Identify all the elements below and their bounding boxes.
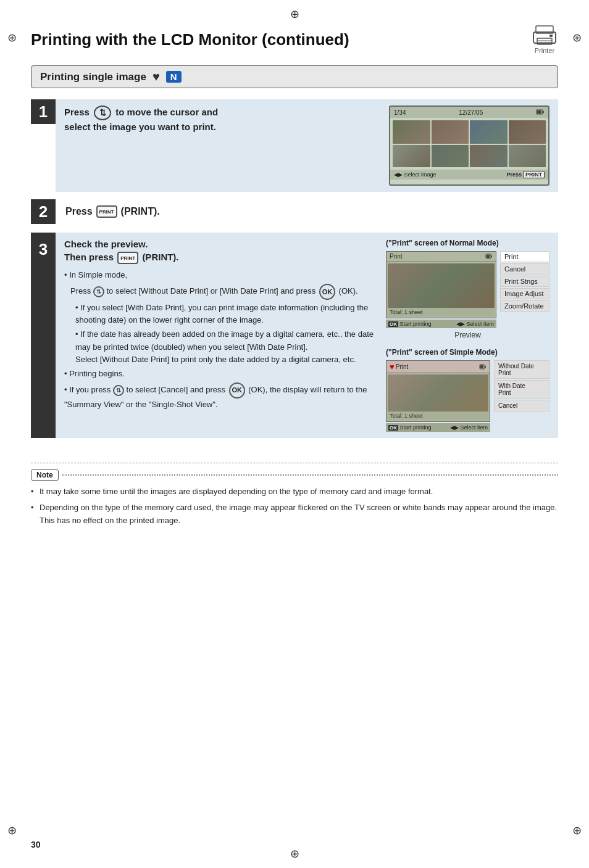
step-1-content: Press ⇅ to move the cursor and select th… — [56, 99, 558, 192]
normal-preview-img — [388, 263, 495, 308]
lcd-date: 12/27/05 — [459, 109, 483, 116]
normal-select-label: ◀▶ Select item — [456, 321, 494, 327]
note-item-2: • Depending on the type of the memory ca… — [31, 502, 558, 527]
svg-rect-10 — [491, 255, 492, 257]
step3-body: • In Simple mode, Press ⇅ to select [Wit… — [64, 269, 380, 411]
normal-total: Total: 1 sheet — [390, 309, 423, 315]
lcd-print-btn: PRINT — [523, 171, 545, 178]
page-number: 30 — [31, 840, 41, 849]
simple-battery-icon — [479, 363, 487, 371]
simple-menu-cancel: Cancel — [494, 400, 549, 411]
ok-box: OK — [388, 321, 398, 327]
n-badge: N — [166, 71, 182, 83]
menu-zoom: Zoom/Rotate — [500, 300, 549, 312]
step3-p3: • If you select [With Date Print], you c… — [64, 302, 380, 326]
note-dots — [62, 474, 558, 476]
step3-subheading: Then press PRINT (PRINT). — [64, 252, 380, 264]
svg-rect-14 — [480, 365, 483, 368]
lcd-thumb-3 — [470, 120, 508, 144]
lcd-thumb-8 — [509, 145, 546, 167]
note-header: Note — [31, 469, 558, 481]
simple-menu: Without DatePrint With DatePrint Cancel — [494, 360, 549, 432]
step2-print-after: (PRINT). — [121, 206, 160, 217]
svg-rect-3 — [549, 35, 553, 37]
step-1-number: 1 — [31, 99, 56, 124]
step-3-screens: ("Print" screen of Normal Mode) Print To… — [386, 239, 549, 432]
step1-text-3: select the image you want to print. — [64, 122, 216, 132]
title-row: Printing with the LCD Monitor (continued… — [31, 25, 558, 54]
normal-screen-title: ("Print" screen of Normal Mode) — [386, 239, 549, 247]
note-text: • It may take some time until the images… — [31, 486, 558, 527]
step1-press-label: Press — [64, 107, 90, 117]
menu-image-adjust: Image Adjust — [500, 288, 549, 299]
step-2-number: 2 — [31, 199, 56, 224]
simple-menu-with: With DatePrint — [494, 380, 549, 399]
svg-rect-7 — [543, 111, 544, 113]
step3-ok-2: OK — [229, 382, 245, 399]
step3-print-icon: PRINT — [117, 252, 138, 264]
simple-preview-wrap: Total: 1 sheet — [386, 373, 490, 422]
lcd-thumb-6 — [432, 145, 469, 167]
normal-top-bar: Print — [386, 251, 496, 262]
normal-print-label: Print — [390, 253, 403, 260]
normal-preview-wrap: Total: 1 sheet — [386, 262, 496, 318]
note-badge: Note — [31, 469, 59, 481]
lcd-bottom-bar: ◀▶ Select image Press PRINT — [390, 170, 548, 180]
step-1: 1 Press ⇅ to move the cursor and select … — [31, 99, 558, 192]
svg-rect-8 — [537, 110, 541, 114]
normal-menu: Print Cancel Print Stngs Image Adjust Zo… — [500, 251, 549, 328]
section-title: Printing single image — [40, 71, 146, 83]
lcd-top-bar: 1/34 12/27/05 — [390, 107, 548, 118]
simple-ok-box: OK — [388, 425, 398, 431]
step3-p2: Press ⇅ to select [Without Date Print] o… — [64, 284, 380, 300]
lcd-counter: 1/34 — [394, 109, 406, 116]
ok-start-label: OK Start printing — [388, 321, 432, 327]
printer-label: Printer — [535, 47, 554, 54]
simple-top-bar: ♥ Print — [386, 360, 490, 373]
menu-print-stngs: Print Stngs — [500, 276, 549, 287]
lcd-thumb-4 — [509, 120, 546, 144]
lcd-press-print: Press PRINT — [506, 171, 545, 178]
simple-preview-img — [388, 374, 488, 411]
step-1-lcd: 1/34 12/27/05 ◀ — [389, 105, 549, 186]
step-1-text: Press ⇅ to move the cursor and select th… — [64, 105, 383, 186]
lcd-thumb-5 — [393, 145, 430, 167]
step3-p4: • If the date has already been added on … — [64, 328, 380, 365]
preview-label: Preview — [386, 331, 549, 339]
step2-print-icon: PRINT — [96, 205, 117, 218]
step1-text-2: to move the cursor and — [115, 107, 218, 117]
lcd-screen-1: 1/34 12/27/05 ◀ — [389, 105, 549, 186]
simple-select-label: ◀▶ Select item — [450, 424, 488, 431]
simple-print-bar-left: ♥ Print — [390, 362, 408, 371]
lcd-thumb-2 — [432, 120, 469, 144]
step3-p1: • In Simple mode, — [64, 269, 380, 281]
simple-menu-without: Without DatePrint — [494, 360, 549, 379]
step3-heading: Check the preview. — [64, 239, 380, 249]
simple-screen: ♥ Print Total: 1 sheet — [386, 360, 549, 432]
simple-screen-title: ("Print" screen of Simple Mode) — [386, 348, 549, 357]
step-3-text: Check the preview. Then press PRINT (PRI… — [64, 239, 380, 432]
step-3-inner: Check the preview. Then press PRINT (PRI… — [56, 233, 558, 438]
page-title: Printing with the LCD Monitor (continued… — [31, 30, 349, 49]
simple-screen-block: ("Print" screen of Simple Mode) ♥ Print — [386, 348, 549, 432]
printer-icon-block: Printer — [531, 25, 558, 54]
simple-total: Total: 1 sheet — [390, 413, 423, 419]
heart-icon-small: ♥ — [390, 362, 395, 371]
normal-battery-icon — [485, 253, 493, 260]
simple-screen-area: ♥ Print Total: 1 sheet — [386, 360, 490, 432]
step-2: 2 Press PRINT (PRINT). — [31, 199, 558, 224]
section-header: Printing single image ♥ N — [31, 65, 558, 88]
svg-rect-11 — [487, 255, 490, 258]
printer-icon — [531, 25, 558, 47]
lcd-thumb-7 — [470, 145, 508, 167]
normal-screen: Print Total: 1 sheet OK — [386, 251, 549, 328]
svg-rect-13 — [485, 366, 486, 368]
lcd-battery-icon — [536, 108, 545, 117]
step2-press: Press — [65, 206, 93, 217]
simple-print-text: Print — [396, 363, 409, 370]
normal-screen-area: Print Total: 1 sheet OK — [386, 251, 496, 328]
heart-icon: ♥ — [152, 70, 160, 84]
step-2-content: Press PRINT (PRINT). — [56, 200, 170, 223]
lcd-thumb-1 — [393, 120, 430, 144]
simple-ok-start: OK Start printing — [388, 424, 432, 431]
